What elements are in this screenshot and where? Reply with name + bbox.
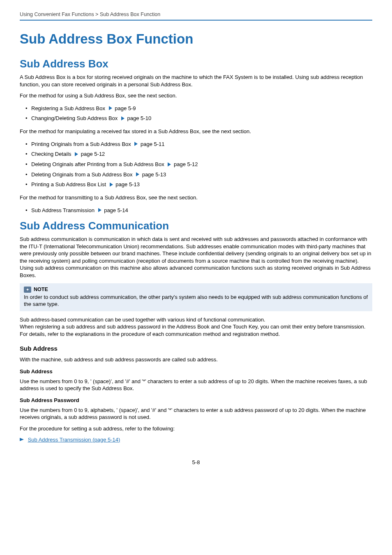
triangle-right-icon xyxy=(98,208,101,212)
list-text: Deleting Originals after Printing from a… xyxy=(31,161,164,167)
list-item: Changing/Deleting Sub Address Box page 5… xyxy=(25,113,372,124)
link-line: Sub Address Transmission (page 5-14) xyxy=(20,437,372,443)
list-text: Printing Originals from a Sub Address Bo… xyxy=(31,141,131,147)
list-item: Registering a Sub Address Box page 5-9 xyxy=(25,104,372,114)
list-item: Printing a Sub Address Box List page 5-1… xyxy=(25,180,372,190)
list-item: Deleting Originals after Printing from a… xyxy=(25,160,372,170)
heading-sub-address-password: Sub Address Password xyxy=(20,397,372,403)
page-ref: page 5-11 xyxy=(141,141,165,147)
triangle-right-icon xyxy=(136,172,139,176)
list-text: Sub Address Transmission xyxy=(31,207,95,213)
procedure-lead: For the procedure for setting a sub addr… xyxy=(20,425,372,432)
section-sub-address-box: Sub Address Box xyxy=(20,58,372,70)
list-item: Checking Details page 5-12 xyxy=(25,149,372,160)
triangle-right-icon xyxy=(121,116,125,120)
list-text: Changing/Deleting Sub Address Box xyxy=(31,115,118,121)
list-text: Registering a Sub Address Box xyxy=(31,105,105,111)
communication-paragraph-2: Sub address-based communication can be u… xyxy=(20,316,372,338)
section-sub-address-communication: Sub Address Communication xyxy=(20,220,372,232)
list-item: Printing Originals from a Sub Address Bo… xyxy=(25,139,372,150)
note-title: NOTE xyxy=(34,287,48,292)
sub-address-detail-text: Use the numbers from 0 to 9, ' (space)',… xyxy=(20,378,372,392)
list-text: Printing a Sub Address Box List xyxy=(31,181,106,187)
triangle-right-icon xyxy=(110,183,113,187)
list-using: Registering a Sub Address Box page 5-9 C… xyxy=(25,104,372,124)
page-number: 5-8 xyxy=(20,459,372,465)
lead-using: For the method for using a Sub Address B… xyxy=(20,92,372,99)
list-text: Deleting Originals from a Sub Address Bo… xyxy=(31,171,132,178)
list-transmitting: Sub Address Transmission page 5-14 xyxy=(25,206,372,216)
note-text: In order to conduct sub address communic… xyxy=(24,294,368,308)
triangle-right-icon xyxy=(168,162,171,166)
lead-transmitting: For the method for transmitting to a Sub… xyxy=(20,194,372,201)
lead-manipulating: For the method for manipulating a receiv… xyxy=(20,128,372,135)
note-box: ✦ NOTE In order to conduct sub address c… xyxy=(20,283,372,311)
page-ref: page 5-13 xyxy=(142,171,166,178)
sub-address-intro: With the machine, sub address and sub ad… xyxy=(20,356,372,363)
list-text: Checking Details xyxy=(31,151,71,157)
heading-sub-address-detail: Sub Address xyxy=(20,368,372,375)
sub-address-password-text: Use the numbers from 0 to 9, alphabets, … xyxy=(20,407,372,421)
page-ref: page 5-10 xyxy=(127,115,152,121)
page-title: Sub Address Box Function xyxy=(20,31,372,47)
list-item: Sub Address Transmission page 5-14 xyxy=(25,206,372,216)
page-ref: page 5-12 xyxy=(174,161,198,167)
triangle-right-icon xyxy=(109,106,112,110)
page-ref: page 5-13 xyxy=(115,181,140,187)
communication-paragraph: Sub address communication is communicati… xyxy=(20,236,372,279)
list-manipulating: Printing Originals from a Sub Address Bo… xyxy=(25,139,372,190)
divider-top xyxy=(20,20,372,21)
intro-paragraph: A Sub Address Box is a box for storing r… xyxy=(20,74,372,88)
note-icon: ✦ xyxy=(24,287,31,293)
breadcrumb: Using Convenient Fax Functions > Sub Add… xyxy=(20,12,372,17)
link-sub-address-transmission[interactable]: Sub Address Transmission (page 5-14) xyxy=(28,437,120,443)
triangle-right-icon xyxy=(134,142,138,146)
triangle-right-icon xyxy=(75,152,78,156)
page-ref: page 5-9 xyxy=(115,105,136,111)
note-header: ✦ NOTE xyxy=(24,287,368,293)
page-ref: page 5-14 xyxy=(104,207,128,213)
heading-sub-address: Sub Address xyxy=(20,345,372,352)
arrow-right-icon xyxy=(20,438,24,441)
list-item: Deleting Originals from a Sub Address Bo… xyxy=(25,170,372,180)
page-ref: page 5-12 xyxy=(81,151,105,157)
